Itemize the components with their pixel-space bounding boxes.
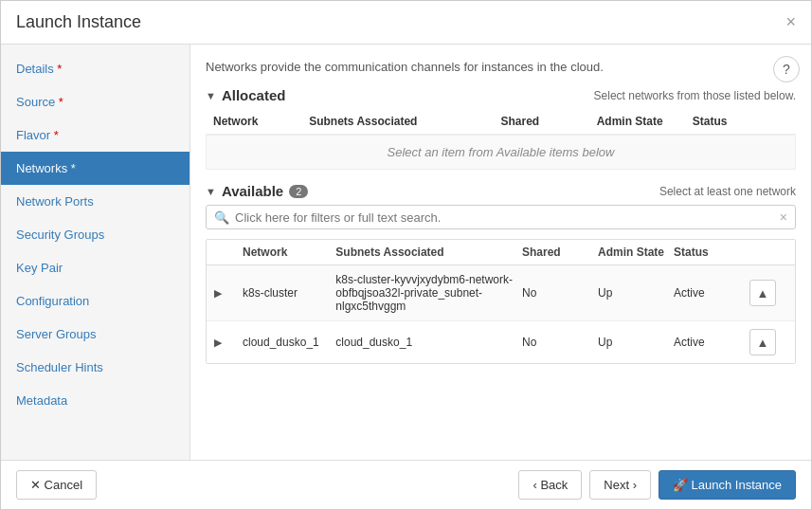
sidebar-item-key-pair[interactable]: Key Pair [1,251,189,284]
content-description: Networks provide the communication chann… [206,60,796,74]
row2-expand-icon[interactable]: ▶ [214,337,243,349]
allocated-col-status: Status [693,115,788,128]
row1-network: k8s-cluster [243,286,335,300]
search-icon: 🔍 [214,210,229,225]
available-hint: Select at least one network [659,185,796,198]
available-chevron[interactable]: ▼ [206,186,216,197]
main-content: ? Networks provide the communication cha… [190,45,811,460]
row1-expand-icon[interactable]: ▶ [214,287,243,300]
allocated-hint: Select networks from those listed below. [594,89,796,102]
avail-col-expand [214,246,243,259]
allocated-title: Allocated [222,87,286,103]
sidebar-item-configuration[interactable]: Configuration [1,284,189,318]
launch-instance-button[interactable]: 🚀 Launch Instance [659,470,796,500]
row1-shared: No [522,286,598,300]
row1-subnets: k8s-cluster-kyvvjxydybm6-network-obfbqjs… [335,273,522,313]
help-button[interactable]: ? [773,56,800,82]
row2-subnets: cloud_dusko_1 [335,336,522,349]
avail-col-action [749,246,787,259]
avail-col-shared: Shared [522,246,598,259]
sidebar-item-details[interactable]: Details * [1,52,189,85]
allocated-col-network: Network [213,115,309,128]
allocated-empty-row: Select an item from Available items belo… [206,135,796,170]
row2-allocate-button[interactable]: ▲ [749,329,776,355]
row2-shared: No [522,336,598,349]
search-clear-icon[interactable]: × [780,209,787,225]
avail-col-network: Network [243,246,335,259]
search-bar: 🔍 × [206,205,796,229]
available-section: ▼ Available 2 Select at least one networ… [206,183,796,364]
footer-left: ✕ Cancel [16,470,97,500]
allocated-col-subnets: Subnets Associated [309,115,500,128]
row2-admin-state: Up [598,336,674,349]
avail-col-status: Status [674,246,749,259]
sidebar-item-scheduler-hints[interactable]: Scheduler Hints [1,351,189,384]
back-button[interactable]: ‹ Back [518,470,582,500]
row2-network: cloud_dusko_1 [243,336,335,349]
allocated-col-admin-state: Admin State [597,115,693,128]
available-count: 2 [289,185,308,198]
table-row: ▶ cloud_dusko_1 cloud_dusko_1 No Up Acti… [207,321,795,363]
cancel-button[interactable]: ✕ Cancel [16,470,97,500]
sidebar-item-networks[interactable]: Networks * [1,152,189,185]
allocated-section: ▼ Allocated Select networks from those l… [206,87,796,170]
modal-title: Launch Instance [16,12,141,32]
allocated-col-shared: Shared [501,115,597,128]
available-title: Available [222,183,283,199]
row1-allocate-button[interactable]: ▲ [749,280,776,306]
sidebar: Details * Source * Flavor * Networks * N… [1,45,190,460]
allocated-header: ▼ Allocated Select networks from those l… [206,87,796,103]
footer-right: ‹ Back Next › 🚀 Launch Instance [518,470,796,500]
sidebar-item-network-ports[interactable]: Network Ports [1,185,189,218]
sidebar-item-metadata[interactable]: Metadata [1,384,189,417]
available-header: ▼ Available 2 Select at least one networ… [206,183,796,199]
avail-col-admin-state: Admin State [598,246,674,259]
next-button[interactable]: Next › [589,470,651,500]
avail-col-subnets: Subnets Associated [335,246,522,259]
sidebar-item-source[interactable]: Source * [1,85,189,118]
allocated-table-header: Network Subnets Associated Shared Admin … [206,109,796,135]
sidebar-item-security-groups[interactable]: Security Groups [1,218,189,251]
modal-body: Details * Source * Flavor * Networks * N… [1,45,811,460]
available-table-header: Network Subnets Associated Shared Admin … [207,240,795,265]
row2-status: Active [674,336,749,349]
table-row: ▶ k8s-cluster k8s-cluster-kyvvjxydybm6-n… [207,265,795,321]
available-table: Network Subnets Associated Shared Admin … [206,239,796,364]
row1-status: Active [674,286,749,300]
modal-close-button[interactable]: × [785,12,796,32]
modal-footer: ✕ Cancel ‹ Back Next › 🚀 Launch Instance [1,460,811,509]
row1-admin-state: Up [598,286,674,300]
launch-instance-modal: Launch Instance × Details * Source * Fla… [0,0,812,510]
search-input[interactable] [235,210,780,225]
modal-header: Launch Instance × [1,1,811,45]
sidebar-item-server-groups[interactable]: Server Groups [1,318,189,351]
sidebar-item-flavor[interactable]: Flavor * [1,118,189,152]
allocated-chevron[interactable]: ▼ [206,90,216,101]
